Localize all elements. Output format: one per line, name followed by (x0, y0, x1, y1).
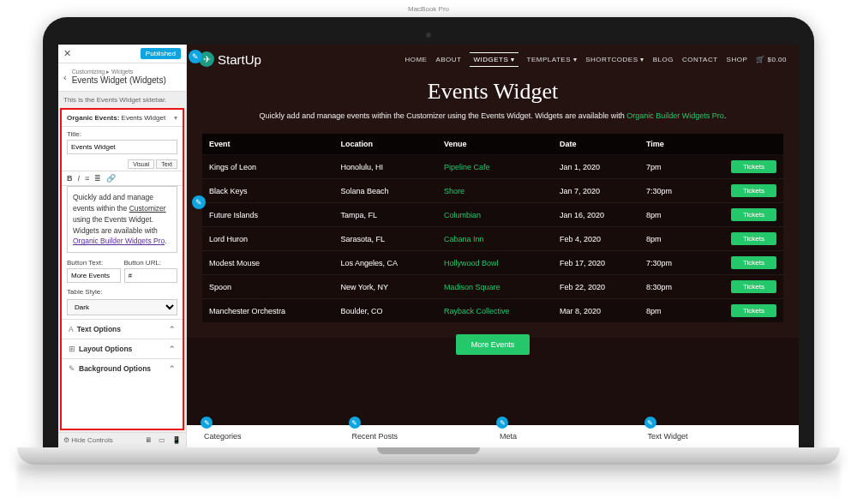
subtitle-link[interactable]: Organic Builder Widgets Pro (626, 111, 724, 120)
tickets-button[interactable]: Tickets (731, 184, 776, 197)
edit-shortcut-icon[interactable]: ✎ (644, 417, 656, 429)
site-logo[interactable]: ✈ StartUp (199, 51, 261, 67)
desktop-preview-icon[interactable]: 🖥 (145, 436, 152, 444)
nav-shop[interactable]: SHOP (727, 53, 748, 66)
nav-contact[interactable]: CONTACT (682, 53, 718, 66)
table-row: Modest MouseLos Angeles, CAHollywood Bow… (202, 251, 783, 275)
accordion-text-options[interactable]: AText Options⌃ (62, 319, 183, 339)
layout-icon: ⊞ (69, 345, 75, 353)
th-time: Time (639, 134, 697, 155)
more-events-button[interactable]: More Events (456, 334, 530, 355)
cell-time: 8pm (639, 203, 697, 227)
widget-form-highlight: Organic Events: Events Widget ▾ Title: V… (60, 108, 184, 430)
th-date: Date (553, 134, 639, 155)
button-url-label: Button URL: (124, 259, 178, 267)
button-text-input[interactable] (67, 268, 121, 283)
cell-venue[interactable]: Columbian (437, 203, 553, 227)
cell-venue[interactable]: Pipeline Cafe (437, 155, 553, 179)
cell-event: Future Islands (202, 203, 333, 227)
ol-icon[interactable]: ≣ (94, 174, 101, 183)
nav-templates[interactable]: TEMPLATES ▾ (527, 53, 578, 66)
edit-shortcut-icon[interactable]: ✎ (349, 417, 361, 429)
nav-widgets[interactable]: WIDGETS ▾ (470, 52, 518, 67)
tab-text[interactable]: Text (156, 159, 177, 169)
button-url-input[interactable] (124, 268, 178, 283)
cell-time: 7:30pm (639, 251, 697, 275)
tickets-button[interactable]: Tickets (731, 208, 776, 221)
widget-header[interactable]: Organic Events: Events Widget ▾ (62, 110, 183, 127)
ul-icon[interactable]: ≡ (85, 174, 89, 183)
tickets-button[interactable]: Tickets (731, 160, 776, 173)
bold-icon[interactable]: B (67, 174, 73, 183)
cell-date: Jan 7, 2020 (553, 179, 639, 203)
edit-shortcut-icon[interactable]: ✎ (189, 50, 202, 63)
footer-widget-meta: ✎Meta (493, 432, 641, 441)
tickets-button[interactable]: Tickets (731, 280, 776, 293)
publish-button[interactable]: Published (141, 48, 181, 59)
customizer-sidebar: ✕ Published ‹ Customizing ▸ Widgets Even… (58, 45, 187, 447)
nav-menu: HOME ABOUT WIDGETS ▾ TEMPLATES ▾ SHORTCO… (405, 52, 787, 67)
laptop-base (17, 447, 840, 465)
mobile-preview-icon[interactable]: 📱 (172, 436, 181, 444)
content-editor[interactable]: Quickly add and manage events within the… (67, 186, 177, 253)
th-action (697, 134, 783, 155)
cell-date: Feb 17, 2020 (553, 251, 639, 275)
preview-pane: ✎ ✈ StartUp HOME ABOUT WIDGETS ▾ TEMPLAT… (187, 45, 799, 447)
edit-shortcut-icon[interactable]: ✎ (496, 417, 508, 429)
table-style-label: Table Style: (62, 285, 183, 296)
table-row: Future IslandsTampa, FLColumbianJan 16, … (202, 203, 783, 227)
edit-shortcut-icon[interactable]: ✎ (201, 417, 213, 429)
events-table: Event Location Venue Date Time Kings of … (202, 134, 783, 322)
cell-event: Spoon (202, 275, 333, 299)
tablet-preview-icon[interactable]: ▭ (159, 436, 165, 444)
page-title: Events Widget (187, 79, 799, 105)
cell-date: Feb 4, 2020 (553, 227, 639, 251)
table-row: Manchester OrchestraBoulder, CORayback C… (202, 299, 783, 323)
cell-time: 7pm (639, 155, 697, 179)
trackpad-notch (377, 447, 480, 454)
panel-description: This is the Events Widget sidebar. (58, 92, 186, 108)
cell-venue[interactable]: Madison Square (437, 275, 553, 299)
cell-venue[interactable]: Shore (437, 179, 553, 203)
accordion-background-options[interactable]: ✎Background Options⌃ (62, 358, 183, 378)
table-style-select[interactable]: Dark (67, 299, 177, 315)
chevron-icon: ⌃ (169, 325, 176, 333)
cell-venue[interactable]: Rayback Collective (437, 299, 553, 323)
tickets-button[interactable]: Tickets (731, 256, 776, 269)
site-nav: ✈ StartUp HOME ABOUT WIDGETS ▾ TEMPLATES… (187, 45, 799, 74)
edit-shortcut-icon[interactable]: ✎ (192, 195, 206, 209)
nav-shortcodes[interactable]: SHORTCODES ▾ (585, 53, 644, 66)
cell-time: 8:30pm (639, 275, 697, 299)
accordion-layout-options[interactable]: ⊞Layout Options⌃ (62, 339, 183, 358)
cell-date: Jan 1, 2020 (553, 155, 639, 179)
sidebar-topbar: ✕ Published (58, 45, 186, 63)
cell-time: 7:30pm (639, 179, 697, 203)
cell-venue[interactable]: Hollywood Bowl (437, 251, 553, 275)
cell-date: Jan 16, 2020 (553, 203, 639, 227)
close-icon[interactable]: ✕ (63, 48, 71, 59)
tickets-button[interactable]: Tickets (731, 232, 776, 245)
cell-time: 8pm (639, 227, 697, 251)
table-row: SpoonNew York, NYMadison SquareFeb 22, 2… (202, 275, 783, 299)
title-input[interactable] (67, 140, 177, 154)
chevron-icon: ⌃ (169, 364, 176, 373)
bezel: ✕ Published ‹ Customizing ▸ Widgets Even… (43, 17, 814, 447)
hide-controls-button[interactable]: ⚙ Hide Controls (63, 436, 113, 444)
nav-blog[interactable]: BLOG (653, 53, 674, 66)
link-icon[interactable]: 🔗 (106, 174, 116, 183)
footer-widgets: ✎Categories ✎Recent Posts ✎Meta ✎Text Wi… (187, 425, 799, 447)
tickets-button[interactable]: Tickets (731, 304, 776, 317)
cell-date: Mar 8, 2020 (553, 299, 639, 323)
cart-icon: 🛒 (756, 53, 765, 66)
tab-visual[interactable]: Visual (128, 159, 154, 169)
laptop-frame: ✕ Published ‹ Customizing ▸ Widgets Even… (43, 17, 814, 499)
cart-link[interactable]: 🛒 $0.00 (756, 53, 787, 66)
cell-venue[interactable]: Cabana Inn (437, 227, 553, 251)
italic-icon[interactable]: I (78, 174, 81, 183)
chevron-down-icon: ▾ (174, 114, 177, 122)
table-row: Lord HuronSarasota, FLCabana InnFeb 4, 2… (202, 227, 783, 251)
cell-date: Feb 22, 2020 (553, 275, 639, 299)
back-icon[interactable]: ‹ (63, 72, 67, 82)
th-venue: Venue (437, 134, 553, 155)
editor-link: Organic Builder Widgets Pro (73, 237, 165, 245)
